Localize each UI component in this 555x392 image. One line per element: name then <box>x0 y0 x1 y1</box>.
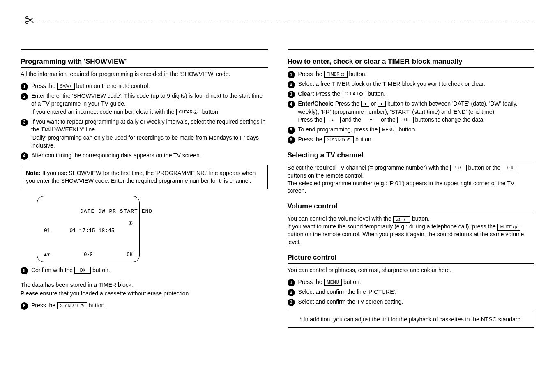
plus-minus-label: +/− <box>402 217 408 221</box>
heading-picture: Picture control <box>288 254 535 264</box>
svg-marker-11 <box>364 103 366 105</box>
up-arrow-button <box>324 117 341 123</box>
note-box: Note: If you use SHOWVIEW for the first … <box>21 165 268 189</box>
showview-step-5: 5 Confirm with the OK button. <box>21 266 268 274</box>
text-run: button. <box>355 136 373 143</box>
footer-line-b: Please ensure that you loaded a cassette… <box>21 290 268 297</box>
text-run: Press the <box>298 136 324 143</box>
osd-header-row: DATE DW PR START END <box>44 202 133 227</box>
timer-button: TIMER <box>324 71 348 78</box>
step-bullet: 3 <box>288 91 295 98</box>
left-column: Programming with 'SHOWVIEW' All the info… <box>21 41 268 334</box>
text-run: button. <box>343 279 361 285</box>
keycap-label: STANDBY <box>327 138 346 142</box>
clear-button: CLEAR <box>342 91 366 97</box>
step-bullet: 1 <box>21 83 28 90</box>
svg-line-10 <box>360 93 363 95</box>
cancel-icon <box>193 110 198 114</box>
text-run: button. <box>368 90 385 97</box>
mute-icon <box>513 225 518 229</box>
text-run: buttons to change the data. <box>415 116 485 123</box>
svg-marker-17 <box>396 218 400 221</box>
left-arrow-button <box>361 101 369 107</box>
showview-step-1: 1 Press the SV/V+ button on the remote c… <box>21 82 268 90</box>
text-run: button. <box>202 108 220 115</box>
speaker-wedge-icon <box>396 217 401 221</box>
text-run: button. <box>412 215 430 222</box>
power-icon <box>80 304 84 308</box>
heading-volume: Volume control <box>288 202 535 212</box>
column-top-rule <box>288 49 535 50</box>
text-run: or <box>371 100 378 107</box>
text-run: The selected programme number (e.g.: 'P … <box>288 180 515 194</box>
picture-step-1: 1 Press the MENU button. <box>288 278 535 286</box>
timer-step-6: 6 Press the STANDBY button. <box>288 136 535 144</box>
svg-marker-12 <box>381 103 383 105</box>
svg-marker-13 <box>331 119 334 121</box>
step-bullet: 6 <box>288 136 295 144</box>
text-run: Confirm with the <box>31 267 74 273</box>
note-label: Note: <box>26 170 41 176</box>
note-text: If you use SHOWVIEW for the first time, … <box>26 170 256 184</box>
text-run: button. <box>92 267 110 273</box>
column-top-rule <box>21 49 268 50</box>
mute-button: MUTE <box>497 224 520 231</box>
inline-strong: Enter/Check: <box>298 100 334 107</box>
text-run: If you want to mute the sound temporaril… <box>288 223 497 230</box>
osd-footer-arrows: ▲▼ <box>44 252 50 258</box>
text-run: Select a free TIMER block or the TIMER b… <box>298 81 485 87</box>
tv-paragraph: Select the required TV channel (= progra… <box>288 164 535 195</box>
svvplus-button: SV/V+ <box>57 83 75 90</box>
heading-timer: How to enter, check or clear a TIMER-blo… <box>288 58 535 68</box>
heading-showview: Programming with 'SHOWVIEW' <box>21 58 268 68</box>
text-run: Enter the entire 'SHOWVIEW code'. This c… <box>31 92 263 107</box>
osd-header-text: DATE DW PR START END <box>80 208 152 214</box>
text-run: or the <box>381 116 397 123</box>
svg-line-3 <box>194 111 197 114</box>
text-run: Press the <box>31 302 57 309</box>
text-run: If you want to repeat programming at dai… <box>31 118 265 133</box>
program-plus-minus-button: P +/− <box>450 165 467 171</box>
osd-footer-numbers: 0-9 <box>84 252 93 258</box>
step-bullet: 3 <box>288 299 295 306</box>
cut-line <box>21 16 534 25</box>
triangle-up-icon <box>330 118 334 122</box>
keycap-label: CLEAR <box>179 110 193 114</box>
text-run: Select the required TV channel (= progra… <box>288 164 450 171</box>
text-run: button on the remote control. When you p… <box>288 231 524 245</box>
picture-step-3: 3 Select and confirm the TV screen setti… <box>288 298 535 306</box>
step-bullet: 6 <box>21 302 28 310</box>
picture-intro: You can control brightness, contrast, sh… <box>288 266 535 274</box>
timer-step-3: 3 Clear: Press the CLEAR button. <box>288 90 535 98</box>
text-run: button or the <box>468 164 502 171</box>
digits-button: 0-9 <box>397 117 414 123</box>
step-bullet: 5 <box>288 127 295 134</box>
keycap-label: MUTE <box>500 225 512 229</box>
keycap-label: CLEAR <box>345 92 358 96</box>
osd-footer-ok: OK <box>127 252 133 258</box>
showview-intro: All the information required for program… <box>21 70 268 78</box>
text-run: After confirming the corresponding data … <box>31 152 201 159</box>
text-run: Press the <box>335 100 361 107</box>
text-run: 'Daily' programming can only be used for… <box>31 134 259 149</box>
step-bullet: 1 <box>288 279 295 286</box>
showview-step-6: 6 Press the STANDBY button. <box>21 302 268 310</box>
text-run: You can control the volume level with th… <box>288 215 393 222</box>
text-run: Select and confirm the TV screen setting… <box>298 298 403 305</box>
volume-paragraph: You can control the volume level with th… <box>288 215 535 246</box>
osd-panel: DATE DW PR START END 01 01 17:15 18:45 ▲… <box>37 196 140 262</box>
step-bullet: 5 <box>21 267 28 274</box>
picture-note-text: * In addition, you can adjust the tint f… <box>299 316 522 323</box>
heading-tv-channel: Selecting a TV channel <box>288 151 535 161</box>
step-bullet: 2 <box>288 289 295 296</box>
timer-step-1: 1 Press the TIMER button. <box>288 70 535 78</box>
timer-step-5: 5 To end programming, press the MENU but… <box>288 126 535 134</box>
manual-page: Programming with 'SHOWVIEW' All the info… <box>0 0 555 351</box>
text-run: If you entered an incorrect code number,… <box>31 108 176 115</box>
text-run: Press the <box>298 71 324 77</box>
step-bullet: 4 <box>21 152 28 160</box>
triangle-left-icon <box>363 102 367 106</box>
step-bullet: 2 <box>21 93 28 100</box>
triangle-right-icon <box>380 102 384 106</box>
text-run: button on the remote control. <box>76 83 150 89</box>
